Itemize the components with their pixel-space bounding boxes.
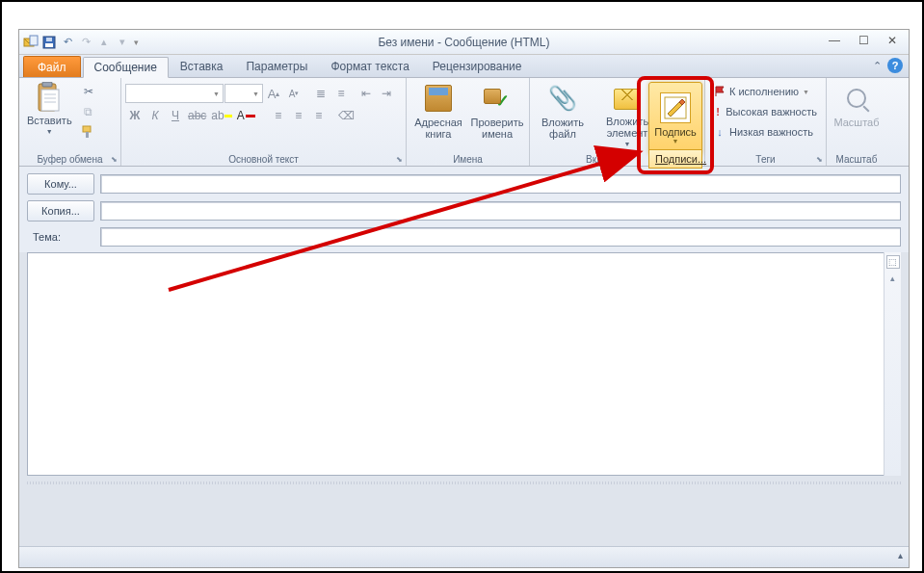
align-center-icon[interactable]: ≡ [289,106,308,125]
bullets-icon[interactable]: ≣ [311,84,330,103]
align-left-icon[interactable]: ≡ [269,106,288,125]
ribbon-tabs: Файл Сообщение Вставка Параметры Формат … [19,55,909,78]
ribbon-group-tags: К исполнению ▼ ! Высокая важность ↓ Низк… [705,78,827,166]
strike-button[interactable]: abc [186,106,208,125]
low-importance-button[interactable]: ↓ Низкая важность [711,122,820,142]
svg-rect-11 [83,126,91,132]
ribbon-minimize-icon[interactable]: ⌃ [873,60,882,72]
zoom-group-label: Масштаб [827,154,886,165]
cc-button[interactable]: Копия... [27,200,94,221]
tab-insert[interactable]: Вставка [169,56,235,77]
underline-button[interactable]: Ч [166,106,185,125]
ribbon: Вставить ▼ ✂ ⧉ Буфер обмена ⬊ [19,78,909,167]
attach-file-button[interactable]: 📎 Вложить файл [534,80,592,149]
body-side-panel: ⬚ ▴ [884,252,901,476]
prev-item-icon[interactable]: ▴ [96,35,112,50]
highlight-color-icon[interactable]: ab [209,106,233,125]
high-importance-button[interactable]: ! Высокая важность [711,102,820,121]
align-right-icon[interactable]: ≡ [309,106,329,125]
to-field[interactable] [100,174,901,194]
signatures-menu-label: Подписи... [655,153,706,165]
signature-label: Подпись [654,126,697,138]
redo-icon[interactable]: ↷ [78,35,93,50]
tab-format-text[interactable]: Формат текста [319,56,420,77]
paste-button[interactable]: Вставить ▼ [23,80,76,149]
exclamation-icon: ! [714,106,722,117]
ribbon-group-zoom: Масштаб Масштаб [827,78,886,166]
resize-gripper[interactable] [27,482,901,484]
scroll-up-icon[interactable]: ▴ [886,272,900,285]
signatures-menu-item[interactable]: Подписи... [648,149,702,169]
paste-label: Вставить [27,115,72,126]
minimize-button[interactable]: ― [820,31,849,50]
tab-review[interactable]: Рецензирование [421,56,534,77]
quick-access-toolbar: ↶ ↷ ▴ ▾ ▾ [23,35,140,50]
clipboard-launcher-icon[interactable]: ⬊ [111,155,118,164]
status-bar: ▴ [19,546,909,567]
save-icon[interactable] [41,35,57,50]
increase-indent-icon[interactable]: ⇥ [377,84,396,103]
tab-options[interactable]: Параметры [234,56,319,77]
qat-customize-icon[interactable]: ▾ [133,36,140,49]
italic-button[interactable]: К [145,106,165,125]
tags-group-label: Теги [705,154,826,165]
shrink-font-icon[interactable]: A▾ [284,84,304,103]
signature-icon [660,92,691,123]
format-painter-icon[interactable] [78,122,99,142]
cc-field[interactable] [100,201,901,221]
address-book-button[interactable]: Адресная книга [410,80,466,149]
svg-rect-3 [45,43,53,47]
undo-icon[interactable]: ↶ [60,35,75,50]
qat-send-receive-icon[interactable] [23,35,39,50]
collapse-statusbar-icon[interactable]: ▴ [898,550,903,560]
bold-button[interactable]: Ж [125,106,145,125]
subject-field[interactable] [100,227,901,247]
next-item-icon[interactable]: ▾ [115,35,130,50]
basic-text-group-label: Основной текст [121,154,406,165]
svg-rect-6 [42,82,52,87]
attach-file-label: Вложить файл [538,117,588,140]
check-names-icon [482,83,513,114]
signature-button[interactable]: Подпись ▼ [648,82,702,155]
message-header: Кому... Копия... Тема: [19,167,909,252]
chevron-down-icon: ▼ [46,128,53,135]
chevron-down-icon: ▼ [673,138,679,144]
message-body[interactable]: ⬚ ▴ [27,252,901,476]
clipboard-group-label: Буфер обмена [19,154,120,165]
check-names-label: Проверить имена [471,117,524,140]
followup-label: К исполнению [729,86,799,97]
down-arrow-icon: ↓ [714,126,726,138]
flag-icon [714,86,726,97]
high-importance-label: Высокая важность [726,106,817,117]
app-window: ↶ ↷ ▴ ▾ ▾ Без имени - Сообщение (HTML) ―… [18,29,910,568]
expand-header-icon[interactable]: ⬚ [886,255,900,269]
tab-message[interactable]: Сообщение [83,57,169,78]
magnifier-icon [841,83,872,114]
maximize-button[interactable]: ☐ [849,31,878,50]
check-names-button[interactable]: Проверить имена [468,80,526,149]
copy-icon[interactable]: ⧉ [78,102,99,121]
file-tab[interactable]: Файл [23,56,81,77]
font-name-combo[interactable]: ▼ [125,84,224,103]
ribbon-group-clipboard: Вставить ▼ ✂ ⧉ Буфер обмена ⬊ [19,78,121,166]
tags-launcher-icon[interactable]: ⬊ [816,155,823,164]
followup-button[interactable]: К исполнению ▼ [711,82,820,101]
cut-icon[interactable]: ✂ [78,82,99,101]
zoom-button[interactable]: Масштаб [831,80,883,149]
ribbon-group-names: Адресная книга Проверить имена Имена [407,78,530,166]
grow-font-icon[interactable]: A▴ [264,84,283,103]
help-icon[interactable]: ? [887,58,903,73]
font-size-combo[interactable]: ▼ [224,84,263,103]
font-color-icon[interactable]: A [235,106,257,125]
to-button[interactable]: Кому... [27,173,94,195]
ribbon-group-basic-text: ▼ ▼ A▴ A▾ ≣ ≡ ⇤ ⇥ Ж К Ч [121,78,407,166]
signature-highlight: Подпись ▼ Подписи... [637,76,714,174]
decrease-indent-icon[interactable]: ⇤ [356,84,376,103]
zoom-label: Масштаб [833,117,879,128]
numbering-icon[interactable]: ≡ [331,84,351,103]
clear-format-icon[interactable]: ⌫ [336,106,356,125]
close-button[interactable]: ✕ [878,31,907,50]
address-book-icon [423,83,454,114]
font-launcher-icon[interactable]: ⬊ [396,155,403,164]
chevron-down-icon: ▼ [624,141,631,147]
